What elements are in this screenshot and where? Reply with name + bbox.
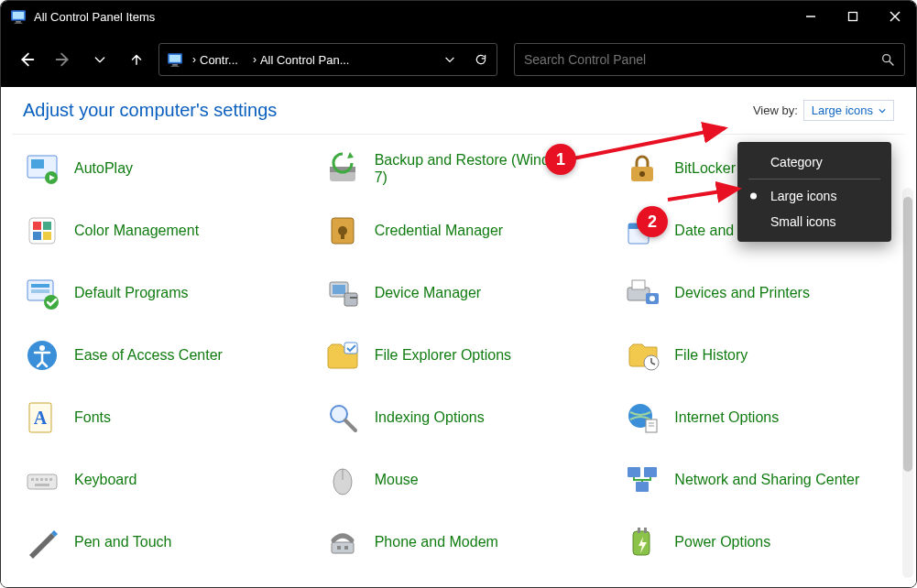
item-label: Indexing Options xyxy=(375,408,485,426)
item-label: Default Programs xyxy=(74,284,189,301)
breadcrumb-label: All Control Pan... xyxy=(260,53,350,67)
svg-point-47 xyxy=(650,296,655,301)
svg-rect-78 xyxy=(638,528,640,533)
item-device-manager[interactable]: Device Manager xyxy=(318,270,609,316)
svg-rect-24 xyxy=(33,222,41,230)
recent-locations-button[interactable] xyxy=(85,45,115,74)
svg-rect-45 xyxy=(632,280,645,289)
svg-rect-50 xyxy=(344,343,357,354)
menu-item-small-icons[interactable]: Small icons xyxy=(737,209,891,234)
menu-item-label: Category xyxy=(770,155,823,169)
power-options-icon xyxy=(623,523,661,561)
minimize-button[interactable] xyxy=(790,1,832,32)
search-box[interactable] xyxy=(514,43,905,76)
item-default-programs[interactable]: Default Programs xyxy=(17,270,309,316)
svg-rect-79 xyxy=(644,528,647,533)
pen-touch-icon xyxy=(23,523,61,561)
svg-rect-67 xyxy=(49,478,52,481)
svg-rect-3 xyxy=(15,23,23,24)
svg-rect-2 xyxy=(16,21,21,23)
item-phone-modem[interactable]: Phone and Modem xyxy=(318,519,609,565)
address-dropdown-button[interactable] xyxy=(434,44,465,75)
item-ease-of-access[interactable]: Ease of Access Center xyxy=(17,332,309,378)
svg-rect-66 xyxy=(45,478,48,481)
svg-line-15 xyxy=(890,61,893,65)
item-power-options[interactable]: Power Options xyxy=(617,519,909,565)
item-label: AutoPlay xyxy=(74,159,133,177)
color-management-icon xyxy=(23,212,61,250)
internet-options-icon xyxy=(623,398,661,437)
item-autoplay[interactable]: AutoPlay xyxy=(17,146,309,191)
item-label: Network and Sharing Center xyxy=(674,471,859,488)
menu-item-large-icons[interactable]: Large icons xyxy=(737,183,891,209)
item-keyboard[interactable]: Keyboard xyxy=(17,457,309,503)
up-button[interactable] xyxy=(122,45,151,74)
item-pen-touch[interactable]: Pen and Touch xyxy=(17,519,309,565)
devices-printers-icon xyxy=(623,274,661,312)
view-by-select[interactable]: Large icons xyxy=(803,100,894,121)
vertical-scrollbar[interactable] xyxy=(902,188,913,578)
phone-modem-icon xyxy=(323,523,362,561)
item-label: Keyboard xyxy=(74,471,137,488)
svg-rect-62 xyxy=(27,474,57,489)
item-internet-options[interactable]: Internet Options xyxy=(617,395,909,441)
item-color-management[interactable]: Color Management xyxy=(17,208,309,254)
svg-point-22 xyxy=(639,171,645,177)
window: All Control Panel Items xyxy=(0,0,917,588)
svg-rect-68 xyxy=(35,484,49,486)
keyboard-icon xyxy=(23,461,61,499)
caret-down-icon xyxy=(879,107,886,114)
item-fonts[interactable]: A Fonts xyxy=(17,395,309,441)
view-by-menu: Category Large icons Small icons xyxy=(737,142,891,242)
svg-rect-41 xyxy=(333,285,345,294)
close-button[interactable] xyxy=(874,1,916,32)
svg-rect-71 xyxy=(628,467,640,477)
credential-manager-icon xyxy=(323,212,362,250)
item-label: Pen and Touch xyxy=(74,533,171,550)
search-icon xyxy=(880,52,895,67)
svg-rect-17 xyxy=(31,159,44,169)
control-panel-icon xyxy=(167,51,183,68)
item-file-explorer-options[interactable]: File Explorer Options xyxy=(318,332,609,378)
menu-separator xyxy=(748,179,880,180)
item-devices-printers[interactable]: Devices and Printers xyxy=(617,270,909,316)
scrollbar-thumb[interactable] xyxy=(903,197,912,472)
item-credential-manager[interactable]: Credential Manager xyxy=(318,208,609,254)
svg-rect-64 xyxy=(36,478,38,481)
page-title: Adjust your computer's settings xyxy=(23,100,277,121)
svg-rect-73 xyxy=(636,482,649,492)
forward-button[interactable] xyxy=(49,45,78,74)
navbar: › Contr... › All Control Pan... xyxy=(1,32,916,87)
item-label: Ease of Access Center xyxy=(74,346,223,364)
svg-text:A: A xyxy=(34,408,48,428)
item-label: Fonts xyxy=(74,408,111,426)
svg-rect-42 xyxy=(344,293,357,306)
item-label: File History xyxy=(674,346,748,364)
item-label: Devices and Printers xyxy=(674,284,810,301)
item-label: Phone and Modem xyxy=(375,533,498,550)
svg-rect-13 xyxy=(171,66,180,67)
address-bar[interactable]: › Contr... › All Control Pan... xyxy=(158,43,497,76)
header-row: Adjust your computer's settings View by:… xyxy=(1,87,916,130)
menu-item-category[interactable]: Category xyxy=(737,149,891,175)
item-mouse[interactable]: Mouse xyxy=(318,457,609,503)
breadcrumb-seg-2[interactable]: › All Control Pan... xyxy=(244,44,355,75)
search-input[interactable] xyxy=(524,52,880,67)
chevron-right-icon: › xyxy=(253,53,257,66)
svg-rect-65 xyxy=(40,478,43,481)
network-sharing-icon xyxy=(623,461,661,499)
maximize-button[interactable] xyxy=(832,1,874,32)
svg-rect-43 xyxy=(350,297,357,299)
svg-rect-1 xyxy=(13,12,24,19)
refresh-button[interactable] xyxy=(465,44,497,75)
item-indexing-options[interactable]: Indexing Options xyxy=(318,395,609,441)
item-label: Mouse xyxy=(375,471,419,488)
item-file-history[interactable]: File History xyxy=(617,332,909,378)
annotation-badge-2: 2 xyxy=(637,206,668,237)
breadcrumb-seg-1[interactable]: › Contr... xyxy=(183,44,244,75)
item-label: Color Management xyxy=(74,222,199,239)
svg-rect-72 xyxy=(644,467,657,477)
item-network-sharing[interactable]: Network and Sharing Center xyxy=(617,457,909,503)
window-title: All Control Panel Items xyxy=(34,10,155,24)
back-button[interactable] xyxy=(12,45,41,74)
